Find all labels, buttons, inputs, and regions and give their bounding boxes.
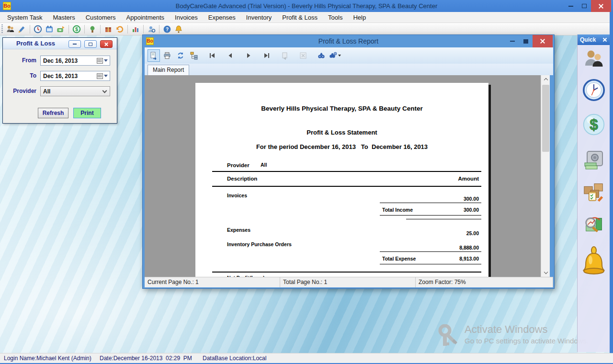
total-underline (406, 219, 481, 219)
reminders-icon[interactable] (173, 24, 184, 34)
menu-profit-loss[interactable]: Profit & Loss (277, 12, 323, 23)
from-date-field[interactable]: Dec 16, 2013 (40, 56, 110, 66)
payments-icon[interactable] (55, 24, 67, 34)
restore-icon (582, 4, 587, 8)
row-label: Invoices (227, 193, 247, 198)
amount-line (380, 203, 481, 203)
minimize-button[interactable] (564, 0, 578, 12)
page-shadow (488, 85, 491, 277)
refresh-button[interactable]: Refresh (38, 108, 68, 118)
report-scrollbar[interactable] (541, 75, 550, 277)
report-maximize-button[interactable] (519, 35, 533, 47)
last-page-icon[interactable] (261, 49, 273, 62)
profit-loss-panel-titlebar: Profit & Loss (3, 38, 117, 49)
next-page-icon[interactable] (242, 49, 255, 62)
divider-line (212, 272, 481, 273)
print-button[interactable]: Print (73, 108, 101, 118)
menu-help[interactable]: Help (348, 12, 371, 23)
panel-close-button[interactable] (100, 40, 113, 48)
menu-customers[interactable]: Customers (80, 12, 121, 23)
to-label: To (7, 72, 36, 79)
menu-invoices[interactable]: Invoices (170, 12, 203, 23)
main-toolbar: $ ? (0, 23, 613, 35)
calendar-icon[interactable] (97, 58, 103, 64)
row-label: Expenses (227, 227, 250, 233)
period-from: December 16, 2013 (300, 143, 356, 150)
refresh-report-icon[interactable] (174, 49, 187, 62)
export-report-icon[interactable] (148, 49, 160, 62)
purchases-icon[interactable] (102, 24, 114, 34)
report-window-logo-icon: Bo (146, 37, 154, 45)
toolbar-separator (127, 25, 128, 34)
group-tree-icon[interactable] (188, 49, 200, 62)
schedule-icon[interactable] (44, 24, 55, 34)
menu-masters[interactable]: Masters (47, 12, 80, 23)
expenses-icon[interactable] (87, 24, 98, 34)
scroll-up-icon[interactable] (541, 75, 550, 83)
appointments-icon[interactable] (32, 24, 44, 34)
returns-icon[interactable] (114, 24, 125, 34)
row-label: Inventory Purchase Orders (227, 241, 292, 247)
staff-icon[interactable] (582, 48, 605, 71)
watermark-title: Activate Windows (465, 323, 548, 336)
billing-icon[interactable]: $ (71, 24, 82, 34)
cash-safe-icon[interactable] (582, 149, 605, 172)
menu-expenses[interactable]: Expenses (203, 12, 241, 23)
menu-bar: System Task Masters Customers Appointmen… (0, 12, 613, 23)
svg-text:$: $ (75, 26, 78, 32)
reminder-bell-icon[interactable] (582, 245, 605, 277)
billing-dollar-icon[interactable]: $ (582, 113, 605, 136)
first-page-icon[interactable] (206, 49, 218, 62)
zoom-factor-status: Zoom Factor: 75% (416, 277, 553, 287)
chevron-down-icon[interactable] (104, 59, 108, 62)
main-report-tab[interactable]: Main Report (148, 65, 189, 75)
row-amount: 8,888.00 (421, 245, 479, 250)
report-company-title: Beverly Hills Physical Therapy, SPA & Be… (195, 105, 488, 112)
report-statusbar: Current Page No.: 1 Total Page No.: 1 Zo… (145, 277, 553, 287)
masters-icon[interactable] (16, 24, 28, 34)
provider-select[interactable]: All (40, 86, 110, 96)
close-icon (602, 37, 607, 42)
appointments-clock-icon[interactable] (582, 79, 605, 102)
column-description: Description (227, 176, 257, 182)
menu-inventory[interactable]: Inventory (241, 12, 277, 23)
analysis-report-icon[interactable] (582, 213, 605, 236)
report-provider-label: Provider (227, 162, 250, 168)
customers-icon[interactable] (5, 24, 16, 34)
inventory-boxes-icon[interactable] (582, 179, 605, 202)
window-right-border (610, 12, 613, 363)
help-icon[interactable]: ? (161, 24, 173, 34)
report-close-button[interactable] (533, 35, 553, 47)
calendar-icon[interactable] (97, 73, 103, 79)
chevron-down-icon[interactable] (338, 55, 341, 57)
panel-minimize-button[interactable] (68, 40, 81, 48)
menu-tools[interactable]: Tools (323, 12, 348, 23)
zoom-icon[interactable] (329, 49, 341, 62)
total-line (380, 215, 481, 216)
menu-system-task[interactable]: System Task (2, 12, 47, 23)
app-titlebar: Bo BodyCareGate Advanced (Trial Version)… (0, 0, 613, 12)
chevron-down-icon[interactable] (104, 75, 108, 77)
report-minimize-button[interactable] (506, 35, 519, 47)
menu-appointments[interactable]: Appointments (121, 12, 170, 23)
scrollbar-thumb[interactable] (542, 85, 549, 152)
quick-panel-title: Quick (580, 36, 596, 43)
maximize-icon (523, 39, 528, 44)
reports-icon[interactable] (130, 24, 141, 34)
column-amount: Amount (421, 176, 479, 182)
close-button[interactable] (591, 0, 611, 12)
quick-close-button[interactable] (602, 37, 607, 42)
profit-loss-panel: Profit & Loss From Dec 16, 2013 To Dec 1… (2, 37, 117, 124)
from-label: From (7, 57, 36, 64)
period-to-word: To (361, 143, 368, 150)
report-window-title: Profit & Loss Report (143, 37, 554, 45)
panel-maximize-button[interactable] (84, 40, 97, 48)
find-text-icon[interactable] (315, 49, 328, 62)
print-report-icon[interactable] (161, 49, 173, 62)
to-date-field[interactable]: Dec 16, 2013 (40, 71, 110, 81)
restore-button[interactable] (578, 0, 591, 12)
date-status: Date:December 16-2013 02:29 PM (100, 355, 203, 362)
prev-page-icon[interactable] (224, 49, 237, 62)
user-search-icon[interactable] (146, 24, 157, 34)
scroll-down-icon[interactable] (541, 269, 550, 277)
